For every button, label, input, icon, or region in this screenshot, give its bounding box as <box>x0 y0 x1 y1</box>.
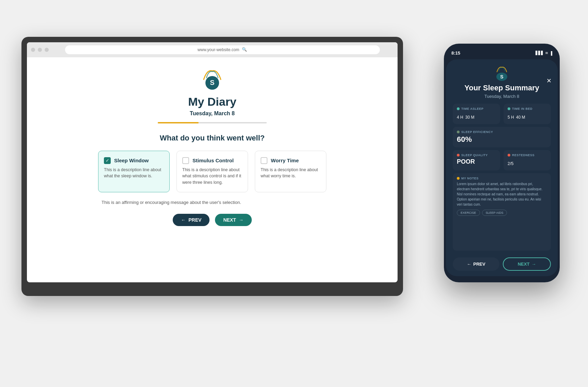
restedness-value: 2/5 <box>508 158 547 167</box>
card-sleep-window-desc: This is a description line about what th… <box>104 167 164 180</box>
laptop-device: www.your-website.com 🔍 S <box>21 37 403 296</box>
scene: www.your-website.com 🔍 S <box>21 23 567 364</box>
phone-logo-circle: S <box>496 73 507 81</box>
m-unit-2: M <box>521 115 525 120</box>
card-stimulus-control-title: Stimulus Control <box>192 158 234 163</box>
checkbox-sleep-window[interactable]: ✓ <box>104 157 111 164</box>
phone-status-icons: ▋▋▋ ≋ ▐ <box>536 51 552 55</box>
time-asleep-label-text: TIME ASLEEP <box>461 107 483 110</box>
card-worry-time-header: Worry Time <box>261 157 321 164</box>
progress-bar-fill <box>158 122 199 123</box>
phone-next-button[interactable]: NEXT → <box>503 257 551 271</box>
card-worry-time-title: Worry Time <box>271 158 299 163</box>
affirm-message: This is an affirming or encouraging mess… <box>102 199 323 206</box>
url-text: www.your-website.com <box>198 47 239 52</box>
sleep-efficiency-dot <box>457 131 460 133</box>
phone-device: 8:15 ▋▋▋ ≋ ▐ ✕ <box>444 44 560 282</box>
restedness-unit: /5 <box>510 161 514 166</box>
notes-label: MY NOTES <box>457 177 547 180</box>
notes-dot <box>457 177 460 180</box>
phone-status-bar: 8:15 ▋▋▋ ≋ ▐ <box>446 48 558 58</box>
phone-prev-button[interactable]: ← PREV <box>453 257 499 271</box>
phone-next-arrow: → <box>531 262 536 267</box>
time-in-bed-h: 5 <box>508 115 510 120</box>
time-asleep-value: 4 H 30 M <box>457 112 496 121</box>
checkbox-stimulus-control[interactable] <box>182 157 189 164</box>
phone-nav-buttons: ← PREV NEXT → <box>446 257 558 271</box>
sleep-efficiency-value: 60% <box>457 135 547 144</box>
close-icon[interactable]: ✕ <box>546 77 552 85</box>
logo-circle: S <box>205 76 219 90</box>
restedness-label-text: RESTEDNESS <box>512 153 535 157</box>
page-date: Tuesday, March 8 <box>190 110 235 117</box>
browser-dot-3 <box>45 48 49 52</box>
phone-main-title: Your Sleep Summary <box>453 84 551 92</box>
card-sleep-window[interactable]: ✓ Sleep Window This is a description lin… <box>98 151 170 192</box>
card-stimulus-control-header: Stimulus Control <box>182 157 242 164</box>
card-stimulus-control[interactable]: Stimulus Control This is a description l… <box>176 151 248 192</box>
phone-stat-sleep-quality: SLEEP QUALITY POOR <box>453 150 500 170</box>
prev-button[interactable]: ← PREV <box>173 214 210 226</box>
logo-letter: S <box>210 79 214 87</box>
sleep-quality-label: SLEEP QUALITY <box>457 153 496 157</box>
time-asleep-dot <box>457 107 460 110</box>
phone-stat-time-in-bed: TIME IN BED 5 H 40 M <box>504 104 551 124</box>
browser-dot-1 <box>31 48 35 52</box>
phone-prev-arrow: ← <box>467 262 471 267</box>
phone-stat-sleep-efficiency: SLEEP EFFICIENCY 60% <box>453 127 551 147</box>
time-in-bed-value: 5 H 40 M <box>508 112 547 121</box>
phone-date: Tuesday, March 8 <box>453 94 551 99</box>
next-button[interactable]: NEXT → <box>215 214 251 226</box>
checkbox-worry-time[interactable] <box>261 157 267 164</box>
sleep-efficiency-label-text: SLEEP EFFICIENCY <box>461 130 493 134</box>
card-sleep-window-title: Sleep Window <box>114 158 149 163</box>
app-logo: S <box>200 68 224 90</box>
restedness-num: 2 <box>508 161 510 166</box>
laptop-web-content: S My Diary Tuesday, March 8 What do you … <box>27 57 398 282</box>
phone-stat-time-asleep: TIME ASLEEP 4 H 30 M <box>453 104 500 124</box>
phone-app-logo: S <box>453 65 551 81</box>
h-unit: H <box>459 115 463 120</box>
laptop-outer: www.your-website.com 🔍 S <box>21 37 403 296</box>
tag-exercise: EXERCISE <box>457 210 480 216</box>
time-asleep-h: 4 <box>457 115 459 120</box>
notes-label-text: MY NOTES <box>461 177 479 180</box>
m-unit: M <box>470 115 474 120</box>
time-in-bed-label-text: TIME IN BED <box>512 107 532 110</box>
card-sleep-window-header: ✓ Sleep Window <box>104 157 164 164</box>
prev-label: PREV <box>188 217 201 223</box>
phone-stat-restedness: RESTEDNESS 2/5 <box>504 150 551 170</box>
time-in-bed-dot <box>508 107 510 110</box>
laptop-screen: www.your-website.com 🔍 S <box>27 42 398 282</box>
restedness-label: RESTEDNESS <box>508 153 547 157</box>
nav-buttons: ← PREV NEXT → <box>173 214 251 226</box>
tag-sleep-aids: SLEEP AIDS <box>482 210 507 216</box>
next-label: NEXT <box>223 217 236 223</box>
phone-stats-row-1: TIME ASLEEP 4 H 30 M TIME IN BED <box>453 104 551 124</box>
search-icon: 🔍 <box>242 47 247 53</box>
phone-notes-card: MY NOTES Lorem ipsum dolor sit amet, ad … <box>453 173 551 251</box>
sleep-quality-dot <box>457 154 460 157</box>
signal-icon: ▋▋▋ <box>536 51 544 55</box>
card-worry-time[interactable]: Worry Time This is a description line ab… <box>255 151 326 192</box>
card-worry-time-desc: This is a description line about what wo… <box>261 167 321 180</box>
phone-logo-arc <box>493 65 510 73</box>
sleep-efficiency-label: SLEEP EFFICIENCY <box>457 130 547 134</box>
sleep-quality-label-text: SLEEP QUALITY <box>461 153 488 157</box>
progress-bar <box>158 122 267 123</box>
phone-prev-label: PREV <box>473 262 485 267</box>
h-unit-2: H <box>510 115 514 120</box>
battery-icon: ▐ <box>550 51 552 55</box>
page-title: My Diary <box>188 95 236 108</box>
phone-stats-row-2: SLEEP QUALITY POOR RESTEDNESS 2/5 <box>453 150 551 170</box>
card-stimulus-control-desc: This is a description line about what st… <box>182 167 242 186</box>
phone-tags: EXERCISE SLEEP AIDS <box>457 210 547 216</box>
phone-content: S Your Sleep Summary Tuesday, March 8 TI… <box>446 62 558 257</box>
browser-dot-2 <box>38 48 42 52</box>
browser-url[interactable]: www.your-website.com 🔍 <box>65 45 380 54</box>
restedness-dot <box>508 154 510 157</box>
prev-arrow-icon: ← <box>181 217 186 223</box>
phone-time: 8:15 <box>451 50 460 56</box>
time-in-bed-label: TIME IN BED <box>508 107 547 110</box>
phone-screen: ✕ S Your Sleep Summary <box>446 59 558 276</box>
